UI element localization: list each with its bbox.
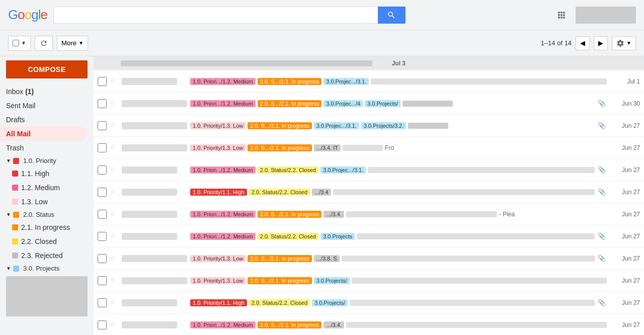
status-tag: 2.0. S.../2.1. In progress xyxy=(258,78,321,85)
sidebar-item-closed[interactable]: 2.2. Closed xyxy=(0,234,87,248)
more-button[interactable]: More ▼ xyxy=(57,36,88,51)
table-row[interactable]: ☆ 1.0. Priority/1.1. High 2.0. Status/2.… xyxy=(94,181,644,203)
sidebar-item-drafts[interactable]: Drafts xyxy=(0,113,87,127)
star-icon[interactable]: ☆ xyxy=(110,298,119,307)
table-row[interactable]: ☆ 1.0. Priority/1.1. High 2.0. Status/2.… xyxy=(94,292,644,314)
sidebar-section-priority[interactable]: ▼ 1.0. Priority xyxy=(0,155,94,166)
star-icon[interactable]: ☆ xyxy=(110,276,119,285)
select-button[interactable]: ▼ xyxy=(8,36,31,51)
sidebar-item-low[interactable]: 1.3. Low xyxy=(0,195,87,209)
star-icon[interactable]: ☆ xyxy=(110,210,119,219)
row-checkbox[interactable] xyxy=(98,232,107,241)
previous-page-button[interactable]: ◀ xyxy=(576,36,590,50)
select-all-checkbox[interactable] xyxy=(13,40,19,46)
header-right xyxy=(551,5,636,25)
subject-preview xyxy=(352,278,607,284)
medium-dot xyxy=(12,185,18,191)
table-row[interactable]: ☆ 1.0. Priority/1.3. Low 2.0. S.../2.1. … xyxy=(94,137,644,159)
attachment-icon: 📎 xyxy=(598,255,607,262)
sidebar-item-trash[interactable]: Trash xyxy=(0,141,87,155)
compose-button[interactable]: COMPOSE xyxy=(6,60,88,78)
refresh-button[interactable] xyxy=(35,36,53,51)
star-icon[interactable]: ☆ xyxy=(110,320,119,329)
avatar[interactable] xyxy=(576,7,636,24)
sidebar-section-projects[interactable]: ▼ 3.0. Projects xyxy=(0,263,94,274)
status-section-label: 2.0. Status xyxy=(23,211,54,218)
high-label: 1.1. High xyxy=(21,170,80,178)
row-checkbox[interactable] xyxy=(98,254,107,263)
table-row[interactable]: ☆ 1.0. Priori.../1.2. Medium 2.0. Status… xyxy=(94,225,644,247)
row-checkbox[interactable] xyxy=(98,121,107,130)
row-checkbox[interactable] xyxy=(98,77,107,86)
sent-label: Sent Mail xyxy=(6,102,80,110)
priority-tag: 1.0. Priority/1.3. Low xyxy=(190,277,246,284)
sidebar-item-allmail[interactable]: All Mail xyxy=(0,127,87,141)
star-icon[interactable]: ☆ xyxy=(110,77,119,86)
email-date: Jun 27 xyxy=(610,122,640,129)
star-icon[interactable]: ☆ xyxy=(110,143,119,152)
row-checkbox[interactable] xyxy=(98,210,107,219)
sidebar-item-inprogress[interactable]: 2.1. In progress xyxy=(0,220,87,234)
star-icon[interactable]: ☆ xyxy=(110,254,119,263)
more-label: More xyxy=(61,39,76,47)
settings-button[interactable]: ▼ xyxy=(612,36,636,50)
table-row[interactable]: ☆ 1.0. Priority/1.3. Low 2.0. S.../2.1. … xyxy=(94,247,644,270)
status-tag: 2.0. S.../2.1. In progress xyxy=(258,100,321,107)
row-checkbox[interactable] xyxy=(98,99,107,108)
sidebar-item-inbox[interactable]: Inbox (1) xyxy=(0,85,87,99)
row-checkbox[interactable] xyxy=(98,276,107,285)
priority-tag: 1.0. Priority/1.3. Low xyxy=(190,255,246,262)
subject-preview xyxy=(346,322,607,328)
status-chevron-icon: ▼ xyxy=(6,212,11,217)
row-checkbox[interactable] xyxy=(98,298,107,307)
table-row[interactable]: ☆ 1.0. Priority/1.3. Low 2.0. S.../2.1. … xyxy=(94,270,644,292)
star-icon[interactable]: ☆ xyxy=(110,121,119,130)
table-row[interactable]: ☆ 1.0. Priority/1.3. Low 2.0. S.../2.1. … xyxy=(94,115,644,137)
sidebar-item-medium[interactable]: 1.2. Medium xyxy=(0,181,87,195)
email-date: Jun 27 xyxy=(610,166,640,174)
table-row[interactable]: ☆ 1.0. Priori.../1.2. Medium 2.0. S.../2… xyxy=(94,314,644,335)
sidebar-section-status[interactable]: ▼ 2.0. Status xyxy=(0,209,94,220)
project-tag2: 3.0.Projects/3.2. xyxy=(361,122,407,129)
status-tag: 2.0. S.../2.1. In progress xyxy=(248,277,311,284)
project-tag: 3.0.Projec.../3.1. xyxy=(314,122,359,129)
low-label: 1.3. Low xyxy=(21,198,80,206)
tags: 1.0. Priority/1.3. Low 2.0. S.../2.1. In… xyxy=(190,144,607,151)
sender xyxy=(122,144,187,151)
email-date: Jun 27 xyxy=(610,233,640,240)
apps-icon[interactable] xyxy=(551,5,572,25)
sender xyxy=(122,211,187,218)
sender xyxy=(122,122,187,129)
table-row[interactable]: ☆ 1.0. Priori.../1.2. Medium 2.0. S.../2… xyxy=(94,203,644,225)
row-checkbox[interactable] xyxy=(98,143,107,152)
trash-label: Trash xyxy=(6,144,80,152)
project-tag: 3.0.Projects/ xyxy=(312,299,348,306)
next-page-button[interactable]: ▶ xyxy=(594,36,608,50)
sidebar-item-high[interactable]: 1.1. High xyxy=(0,166,87,181)
search-button[interactable] xyxy=(378,7,406,24)
search-icon xyxy=(387,11,396,20)
row-checkbox[interactable] xyxy=(98,320,107,329)
star-icon[interactable]: ☆ xyxy=(110,165,119,175)
priority-tag: 1.0. Priori.../1.2. Medium xyxy=(190,321,256,328)
row-checkbox[interactable] xyxy=(98,188,107,197)
attachment-icon: 📎 xyxy=(598,122,607,129)
search-input[interactable] xyxy=(53,7,378,24)
table-row[interactable]: ☆ 1.0. Priori.../1.2. Medium 2.0. Status… xyxy=(94,159,644,181)
table-row[interactable]: ☆ 1.0. Priori.../1.2. Medium 2.0. S.../2… xyxy=(94,70,644,93)
star-icon[interactable]: ☆ xyxy=(110,188,119,197)
sender xyxy=(122,166,187,174)
star-icon[interactable]: ☆ xyxy=(110,232,119,241)
project-tag: .../3.4. IT xyxy=(314,144,341,151)
status-tag: 2.0. S.../2.1. In progress xyxy=(258,211,321,218)
table-row[interactable]: ☆ 1.0. Priori.../1.2. Medium 2.0. S.../2… xyxy=(94,93,644,115)
status-tag: 2.0. S.../2.1. In progress xyxy=(248,122,311,129)
project-tag: .../3.4 xyxy=(312,189,331,196)
email-date: Jun 27 xyxy=(610,255,640,262)
star-icon[interactable]: ☆ xyxy=(110,99,119,108)
sidebar-item-sent[interactable]: Sent Mail xyxy=(0,99,87,113)
row-checkbox[interactable] xyxy=(98,165,107,175)
sidebar-item-rejected[interactable]: 2.3. Rejected xyxy=(0,248,87,263)
email-date: Jun 27 xyxy=(610,299,640,306)
sender xyxy=(122,189,187,196)
